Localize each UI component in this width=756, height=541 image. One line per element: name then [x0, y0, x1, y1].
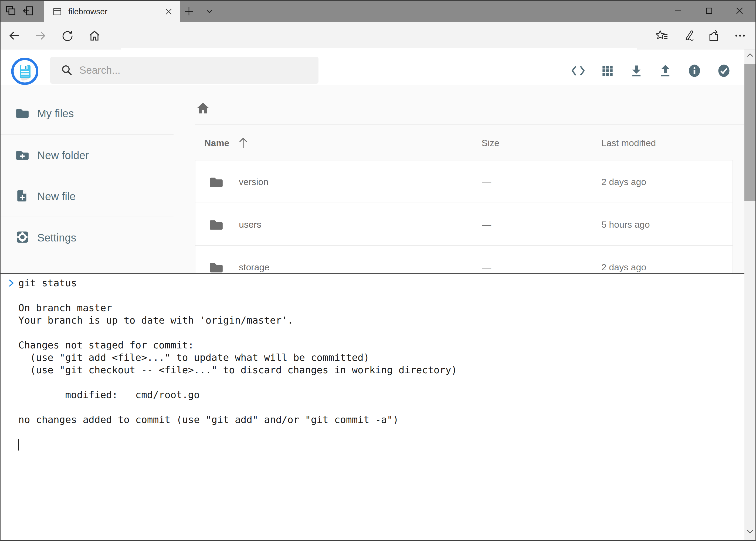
search-placeholder: Search...	[79, 65, 121, 76]
tab-close-icon[interactable]	[164, 7, 173, 16]
download-button[interactable]	[629, 63, 644, 79]
folder-icon	[209, 175, 223, 190]
browser-tab[interactable]: filebrowser	[44, 1, 180, 22]
terminal-command: git status	[18, 277, 77, 289]
breadcrumb-home-icon[interactable]	[196, 102, 209, 115]
file-listing: version — 2 days ago users — 5 hours ago…	[195, 160, 733, 289]
settings-more-button[interactable]	[732, 28, 748, 43]
file-size: —	[482, 161, 491, 203]
sort-ascending-icon[interactable]	[237, 136, 249, 150]
share-button[interactable]	[707, 28, 722, 43]
grid-icon	[601, 64, 614, 79]
window-maximize-button[interactable]	[698, 3, 720, 18]
scrollbar-down-icon[interactable]	[746, 528, 754, 536]
titlebar: filebrowser	[0, 0, 756, 22]
set-tabs-aside-button[interactable]	[21, 4, 36, 19]
column-header-modified[interactable]: Last modified	[601, 138, 656, 148]
table-row[interactable]: users — 5 hours ago	[195, 203, 732, 246]
scrollbar-up-icon[interactable]	[746, 52, 754, 60]
sidebar-item-my-files[interactable]: My files	[16, 101, 74, 126]
select-multiple-button[interactable]	[716, 63, 732, 79]
upload-button[interactable]	[657, 63, 673, 79]
back-button[interactable]	[7, 28, 22, 43]
sidebar-divider	[0, 134, 173, 135]
refresh-button[interactable]	[60, 28, 75, 43]
folder-icon	[209, 218, 223, 233]
check-circle-icon	[717, 64, 731, 79]
shell-toggle-button[interactable]	[570, 63, 586, 79]
browser-toolbar: filebrowser.web/files/	[0, 22, 756, 49]
sidebar-item-settings[interactable]: Settings	[16, 226, 76, 250]
filebrowser-logo-icon[interactable]	[11, 58, 38, 85]
file-name: version	[239, 161, 269, 203]
grid-view-button[interactable]	[600, 63, 616, 79]
download-icon	[630, 64, 643, 79]
sidebar-item-new-folder[interactable]: New folder	[16, 143, 89, 168]
set-tabs-aside-icon	[22, 4, 35, 18]
home-button[interactable]	[87, 28, 102, 43]
file-name: users	[239, 203, 261, 246]
code-brackets-icon	[571, 64, 586, 79]
file-modified: 2 days ago	[601, 161, 646, 203]
sidebar-item-label: Settings	[37, 232, 76, 244]
sidebar-item-new-file[interactable]: New file	[16, 184, 76, 209]
gear-icon	[16, 231, 29, 245]
terminal-output: On branch master Your branch is up to da…	[18, 302, 457, 426]
file-modified: 5 hours ago	[601, 203, 650, 246]
prompt-chevron-icon	[8, 278, 15, 289]
window-border-top	[0, 0, 756, 1]
tab-preview-button[interactable]	[3, 4, 18, 19]
folder-icon	[16, 106, 29, 121]
window-minimize-button[interactable]	[667, 3, 689, 18]
breadcrumb-divider	[195, 124, 744, 125]
new-tab-button[interactable]	[181, 4, 196, 19]
tab-list-chevron-icon[interactable]	[202, 4, 217, 19]
upload-icon	[658, 64, 672, 79]
tab-favicon-icon	[52, 6, 62, 17]
window-close-button[interactable]	[729, 3, 750, 18]
sidebar-item-label: New file	[37, 191, 76, 203]
info-button[interactable]	[686, 63, 702, 79]
sidebar-item-label: New folder	[37, 149, 89, 162]
terminal-cursor	[18, 439, 19, 450]
search-bar[interactable]: Search...	[50, 57, 319, 84]
forward-button[interactable]	[33, 28, 48, 43]
column-header-name[interactable]: Name	[204, 138, 229, 148]
web-note-pen-button[interactable]	[680, 28, 695, 43]
file-plus-icon	[16, 189, 29, 204]
window-border-bottom	[0, 540, 756, 541]
search-icon	[61, 64, 74, 77]
folder-icon	[209, 260, 223, 275]
file-size: —	[482, 203, 491, 246]
info-icon	[687, 64, 701, 79]
scrollbar-thumb[interactable]	[744, 64, 755, 201]
folder-plus-icon	[16, 148, 29, 163]
favorites-hub-button[interactable]	[654, 28, 669, 43]
sidebar-item-label: My files	[37, 108, 74, 120]
table-row[interactable]: version — 2 days ago	[195, 161, 732, 203]
tab-title: filebrowser	[68, 7, 108, 16]
window-border-left	[0, 0, 1, 541]
tab-preview-icon	[4, 4, 17, 18]
sidebar-divider	[0, 217, 173, 217]
column-header-size[interactable]: Size	[481, 138, 499, 148]
